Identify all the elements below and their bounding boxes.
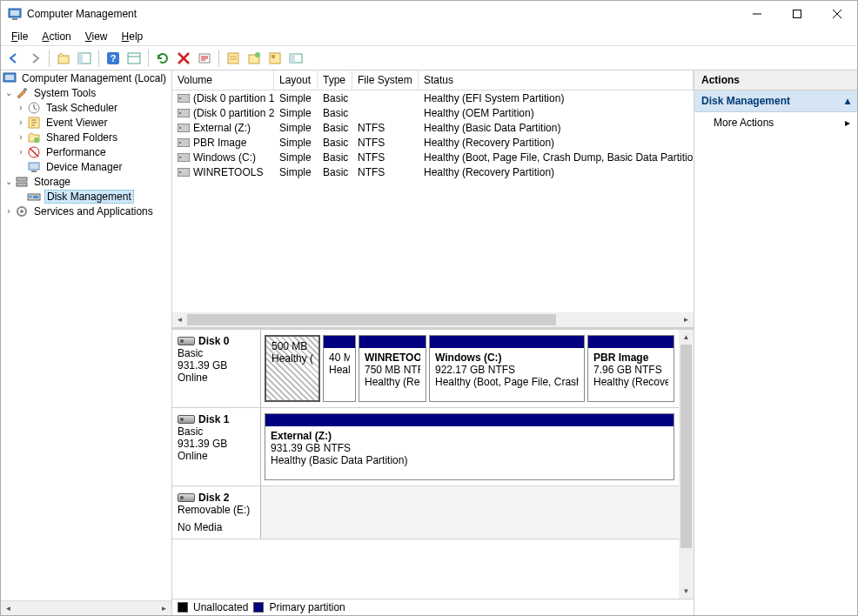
volume-layout: Simple [274,137,318,149]
disk-row[interactable]: Disk 0 Basic 931.39 GB Online 500 MB Hea… [172,330,694,408]
disk-row[interactable]: Disk 1 Basic 931.39 GB Online External (… [172,408,694,486]
volume-row[interactable]: External (Z:) Simple Basic NTFS Healthy … [172,120,694,135]
tree-performance[interactable]: › Performance [1,144,171,159]
menubar: File Action View Help [1,27,857,46]
forward-button[interactable] [25,49,44,68]
partition[interactable]: External (Z:) 931.39 GB NTFS Healthy (Ba… [265,413,674,480]
svg-point-52 [179,157,181,158]
properties-button[interactable] [124,49,144,68]
chevron-right-icon: ▸ [845,117,850,129]
up-button[interactable] [54,49,73,68]
disk-state: Online [178,450,255,462]
expand-icon[interactable]: › [15,132,27,142]
expand-icon[interactable]: › [15,103,27,112]
volume-row[interactable]: Windows (C:) Simple Basic NTFS Healthy (… [172,150,694,164]
volume-list-body[interactable]: (Disk 0 partition 1) Simple Basic Health… [172,90,694,312]
partition[interactable]: Windows (C:) 922.17 GB NTFS Healthy (Boo… [429,335,585,402]
volume-icon [178,109,190,117]
volume-row[interactable]: WINRETOOLS Simple Basic NTFS Healthy (Re… [172,164,694,179]
tree-disk-management[interactable]: Disk Management [1,189,171,204]
tree-task-scheduler[interactable]: › Task Scheduler [1,100,171,115]
maximize-button[interactable] [777,1,817,27]
disk-info[interactable]: Disk 0 Basic 931.39 GB Online [172,330,261,407]
volume-row[interactable]: PBR Image Simple Basic NTFS Healthy (Rec… [172,135,694,150]
expand-icon[interactable]: › [15,117,27,127]
tree-storage[interactable]: ⌄ Storage [1,174,171,189]
back-button[interactable] [4,49,23,68]
collapse-icon[interactable]: ⌄ [3,88,15,97]
volume-layout: Simple [274,166,318,178]
disk-name: Disk 1 [198,413,229,425]
tree-event-viewer[interactable]: › Event Viewer [1,115,171,130]
new-button[interactable] [245,49,264,68]
options-button[interactable] [286,49,305,68]
minimize-button[interactable] [737,1,777,27]
tree-system-tools[interactable]: ⌄ System Tools [1,85,171,100]
settings-button[interactable] [195,49,214,68]
menu-file[interactable]: File [4,29,35,44]
list-view-button[interactable] [224,49,243,68]
console-tree[interactable]: Computer Management (Local) ⌄ System Too… [1,70,171,600]
collapse-icon: ▴ [845,95,850,107]
app-icon [8,7,22,21]
volume-list-scrollbar[interactable]: ◄ ► [172,312,694,327]
scrollbar-thumb[interactable] [187,314,556,325]
scrollbar-thumb[interactable] [680,345,692,548]
disk-vertical-scrollbar[interactable]: ▲ ▼ [679,330,694,599]
volume-row[interactable]: (Disk 0 partition 2) Simple Basic Health… [172,105,694,120]
partition-status: Healthy (Basic Data Partition) [271,454,668,466]
expand-icon[interactable]: › [15,147,27,157]
partition[interactable]: WINRETOOLS 750 MB NTFS Healthy (Recovery… [359,335,426,402]
partition[interactable]: PBR Image 7.96 GB NTFS Healthy (Recovery… [587,335,674,402]
delete-button[interactable] [174,49,193,68]
svg-rect-23 [271,55,275,58]
scroll-down-icon[interactable]: ▼ [679,584,694,599]
tree-root[interactable]: Computer Management (Local) [1,70,171,85]
scroll-up-icon[interactable]: ▲ [679,330,694,345]
actions-more[interactable]: More Actions ▸ [694,112,857,133]
scroll-left-icon[interactable]: ◄ [172,312,187,327]
actions-section[interactable]: Disk Management ▴ [694,90,857,112]
main-area: Computer Management (Local) ⌄ System Too… [1,70,857,615]
close-button[interactable] [817,1,857,27]
scroll-right-icon[interactable]: ► [157,601,171,615]
svg-point-39 [30,195,32,198]
column-volume[interactable]: Volume [172,70,274,90]
svg-rect-35 [31,171,37,172]
svg-point-21 [255,52,260,57]
partition[interactable]: 500 MB Healthy (EFI System Partition) [265,335,320,402]
volume-row[interactable]: (Disk 0 partition 1) Simple Basic Health… [172,90,694,105]
volume-fs: NTFS [352,151,419,164]
disk-row[interactable]: Disk 2 Removable (E:) No Media [172,486,694,539]
column-type[interactable]: Type [318,70,352,90]
expand-icon[interactable]: › [3,206,15,216]
tree-shared-folders[interactable]: › Shared Folders [1,130,171,144]
detail-view-button[interactable] [265,49,285,68]
tree-device-manager[interactable]: Device Manager [1,159,171,174]
column-file-system[interactable]: File System [352,70,419,90]
collapse-icon[interactable]: ⌄ [3,177,15,186]
refresh-button[interactable] [153,49,172,68]
scroll-left-icon[interactable]: ◄ [1,601,16,615]
scroll-right-icon[interactable]: ► [679,312,694,327]
show-hide-tree-button[interactable] [75,49,94,68]
partition-title: External (Z:) [271,430,668,442]
menu-action[interactable]: Action [35,29,77,44]
column-status[interactable]: Status [419,70,694,90]
column-layout[interactable]: Layout [274,70,318,90]
tree-services-apps[interactable]: › Services and Applications [1,204,171,218]
menu-view[interactable]: View [78,29,115,44]
help-button[interactable]: ? [104,49,123,68]
svg-rect-27 [5,75,14,80]
partition[interactable]: 40 MB Healthy [323,335,356,402]
disk-info[interactable]: Disk 2 Removable (E:) No Media [172,486,261,539]
partition-status: Healthy (Recovery Partition) [365,376,420,388]
disk-info[interactable]: Disk 1 Basic 931.39 GB Online [172,408,261,485]
menu-help[interactable]: Help [115,29,151,44]
partition-size: 922.17 GB NTFS [435,364,579,376]
svg-rect-36 [17,177,27,181]
tree-label: Shared Folders [44,131,119,144]
volume-name: WINRETOOLS [193,166,263,178]
tree-horizontal-scrollbar[interactable]: ◄ ► [1,600,171,615]
shared-folder-icon [27,131,41,144]
